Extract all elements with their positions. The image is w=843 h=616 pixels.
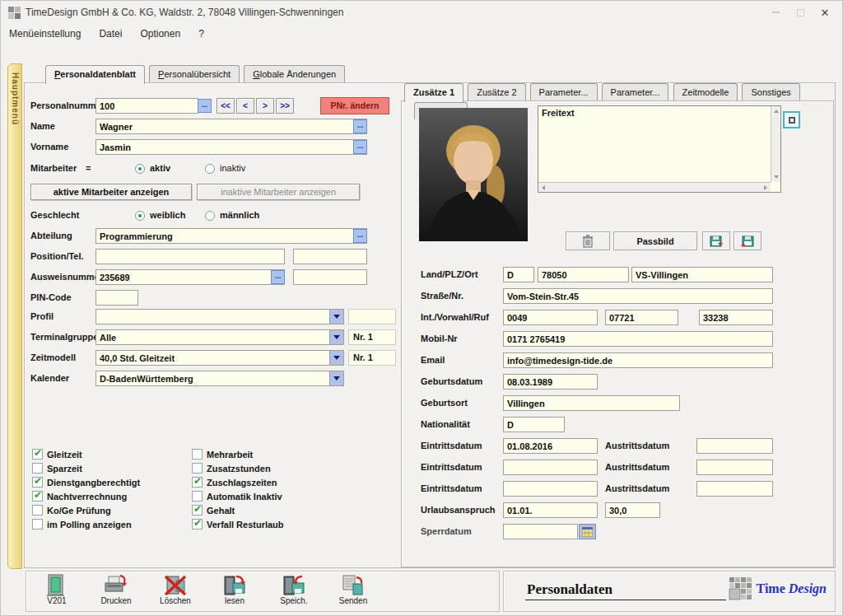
horizontal-scrollbar[interactable] [538,182,771,192]
toolbar-v201-button[interactable]: V201 [33,574,81,605]
checkbox-box[interactable] [192,463,203,474]
radio-weiblich[interactable] [135,211,145,221]
checkbox-box[interactable] [32,477,43,488]
toolbar-drucken-button[interactable]: Drucken [92,574,140,605]
abteilung-input[interactable] [95,228,367,244]
inaktive-mitarbeiter-button[interactable]: inaktive Mitarbeiter anzeigen [197,184,360,200]
checkbox-gehalt[interactable]: Gehalt [192,505,235,516]
radio-maennlich[interactable] [205,211,215,221]
austrittsdatum-input-1[interactable] [696,438,773,454]
nav-first-button[interactable]: << [217,98,235,114]
tab-zusaetze-1[interactable]: Zusätze 1 [404,83,463,102]
minimize-button[interactable] [763,1,788,24]
menu-optionen[interactable]: Optionen [140,28,180,40]
checkbox-nachtverrechnung[interactable]: Nachtverrechnung [32,491,127,502]
checkbox-koge-pruefung[interactable]: Ko/Ge Prüfung [32,505,111,516]
ausweisnummer-browse-button[interactable]: ... [271,270,285,284]
nav-next-button[interactable]: > [256,98,274,114]
checkbox-box[interactable] [192,449,203,460]
email-input[interactable] [503,352,773,368]
freitext-textarea[interactable]: Freitext [538,105,781,193]
checkbox-sparzeit[interactable]: Sparzeit [32,463,82,474]
checkbox-box[interactable] [32,463,43,474]
close-button[interactable]: ✕ [813,1,837,24]
strasse-input[interactable] [503,288,773,304]
tel-ruf-input[interactable] [699,310,773,325]
checkbox-mehrarbeit[interactable]: Mehrarbeit [192,449,253,460]
personalnummer-input[interactable] [95,98,198,114]
checkbox-im-polling-anzeigen[interactable]: im Polling anzeigen [32,519,132,530]
sidebar-tab-hauptmenu[interactable]: Hauptmenü [7,63,22,569]
chevron-down-icon[interactable] [329,330,343,344]
tab-zusaetze-2[interactable]: Zusätze 2 [468,83,525,100]
checkbox-box[interactable] [32,491,43,502]
checkbox-box[interactable] [192,505,203,516]
aktive-mitarbeiter-button[interactable]: aktive Mitarbeiter anzeigen [30,184,192,200]
checkbox-box[interactable] [32,505,43,516]
toolbar-loeschen-button[interactable]: Löschen [151,574,199,605]
note-icon-button[interactable] [783,111,800,128]
vorname-browse-button[interactable]: ... [353,140,367,154]
land-input[interactable] [503,267,534,282]
nationalitaet-input[interactable] [503,417,565,432]
eintrittsdatum-input-1[interactable] [503,438,598,454]
toolbar-lesen-button[interactable]: lesen [211,574,258,605]
austrittsdatum-input-3[interactable] [696,481,773,497]
plz-input[interactable] [538,267,629,282]
name-browse-button[interactable]: ... [353,119,367,133]
tab-personaluebersicht[interactable]: Personalübersicht [149,65,240,82]
checkbox-zusatzstunden[interactable]: Zusatzstunden [192,463,271,474]
checkbox-verfall-resturlaub[interactable]: Verfall Resturlaub [192,519,284,530]
checkbox-box[interactable] [32,519,43,530]
nav-last-button[interactable]: >> [276,98,294,114]
delete-photo-button[interactable] [566,231,610,250]
calendar-button[interactable] [579,524,596,539]
pincode-input[interactable] [95,290,138,306]
chevron-down-icon[interactable] [329,351,343,365]
tab-personaldatenblatt[interactable]: Personaldatenblatt [45,65,145,84]
ausweisnummer-input[interactable] [95,269,285,285]
radio-aktiv[interactable] [135,164,145,174]
tab-globale-aenderungen[interactable]: Globale Änderungen [244,65,345,82]
terminalgruppe-dropdown[interactable]: Alle [95,329,344,345]
ort-input[interactable] [631,267,773,282]
eintrittsdatum-input-2[interactable] [503,460,598,475]
profil-dropdown[interactable] [95,309,344,324]
tel-int-input[interactable] [503,310,598,325]
menu-help[interactable]: ? [198,28,204,40]
name-input[interactable] [95,119,367,134]
checkbox-automatik-inaktiv[interactable]: Automatik Inaktiv [192,491,282,502]
position-input[interactable] [95,249,285,264]
menu-datei[interactable]: Datei [99,28,122,40]
save-photo-button[interactable] [734,231,761,250]
zeitmodell-dropdown[interactable]: 40,0 Std. Gleitzeit [95,350,344,366]
checkbox-box[interactable] [192,491,203,502]
ausweisnummer-extra-input[interactable] [293,269,367,285]
pnr-aendern-button[interactable]: PNr. ändern [320,97,389,114]
austrittsdatum-input-2[interactable] [696,460,773,475]
chevron-down-icon[interactable] [329,310,343,324]
urlaub-von-input[interactable] [503,502,598,518]
checkbox-box[interactable] [32,449,43,460]
checkbox-box[interactable] [192,477,203,488]
mobil-input[interactable] [503,331,773,347]
checkbox-dienstgangberechtigt[interactable]: Dienstgangberechtigt [32,477,140,488]
chevron-down-icon[interactable] [329,371,343,385]
eintrittsdatum-input-3[interactable] [503,481,598,497]
checkbox-gleitzeit[interactable]: Gleitzeit [32,449,82,460]
vertical-scrollbar[interactable] [771,106,780,182]
geburtsort-input[interactable] [503,395,680,411]
checkbox-box[interactable] [192,519,203,530]
geburtsdatum-input[interactable] [503,374,598,390]
urlaub-tage-input[interactable] [605,502,660,518]
maximize-button[interactable] [788,1,813,24]
passbild-button[interactable]: Passbild [613,231,697,250]
nav-prev-button[interactable]: < [236,98,254,114]
personalnummer-browse-button[interactable]: ... [198,99,212,113]
checkbox-zuschlagszeiten[interactable]: Zuschlagszeiten [192,477,277,488]
vorname-input[interactable] [95,139,367,155]
tab-sonstiges[interactable]: Sonstiges [742,83,799,100]
toolbar-speichern-button[interactable]: Speich. [270,574,318,605]
tel-vorwahl-input[interactable] [605,310,678,325]
kalender-dropdown[interactable]: D-BadenWürttemberg [95,371,344,386]
